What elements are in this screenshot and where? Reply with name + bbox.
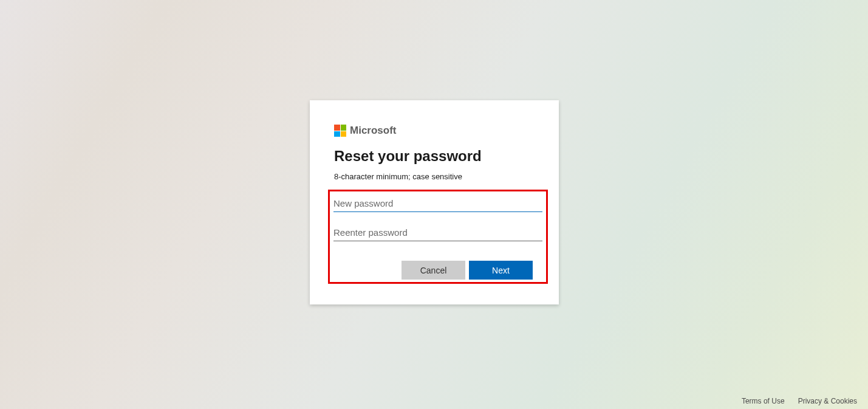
- brand-row: Microsoft: [334, 125, 535, 137]
- password-requirements: 8-character minimum; case sensitive: [334, 172, 535, 181]
- privacy-cookies-link[interactable]: Privacy & Cookies: [798, 397, 857, 405]
- new-password-input[interactable]: [333, 194, 542, 212]
- button-row: Cancel Next: [333, 261, 542, 280]
- brand-name: Microsoft: [350, 125, 397, 137]
- microsoft-logo-icon: [334, 125, 346, 137]
- page-title: Reset your password: [334, 148, 535, 165]
- reenter-password-input[interactable]: [333, 223, 542, 241]
- highlighted-form-area: Cancel Next: [328, 190, 548, 284]
- footer-links: Terms of Use Privacy & Cookies: [742, 397, 857, 405]
- cancel-button[interactable]: Cancel: [402, 261, 465, 280]
- terms-of-use-link[interactable]: Terms of Use: [742, 397, 785, 405]
- next-button[interactable]: Next: [469, 261, 533, 280]
- reset-password-card: Microsoft Reset your password 8-characte…: [310, 100, 559, 304]
